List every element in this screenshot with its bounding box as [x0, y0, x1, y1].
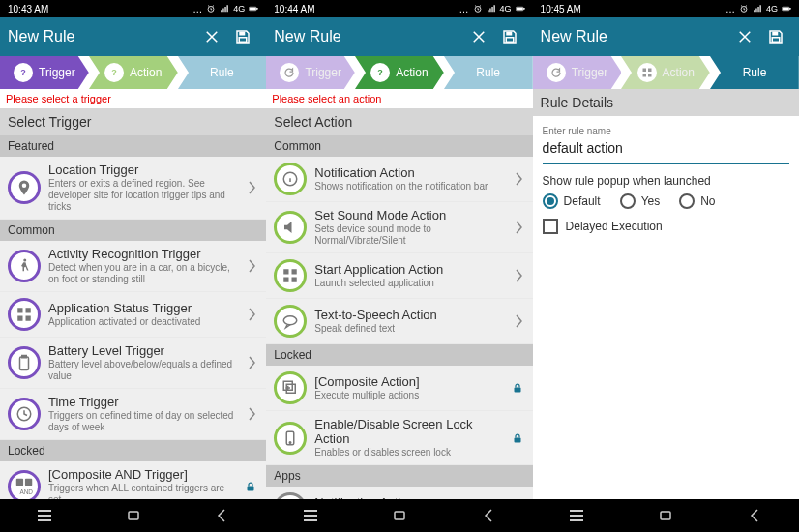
save-icon	[501, 28, 518, 45]
menu-icon	[37, 510, 52, 521]
chevron-right-icon	[512, 172, 525, 186]
list-item[interactable]: [Composite Action]Execute multiple actio…	[266, 366, 532, 411]
chevron-right-icon	[245, 181, 258, 194]
section-title: Select Trigger	[0, 108, 266, 135]
list-item[interactable]: Enable/Disable Screen Lock ActionEnables…	[266, 411, 532, 465]
svg-text:?: ?	[111, 68, 117, 77]
svg-rect-48	[514, 388, 520, 393]
list-item[interactable]: Start Application ActionLaunch selected …	[266, 253, 532, 299]
item-subtitle: Sets device sound mode to Normal/Vibrate…	[314, 223, 503, 247]
nav-home[interactable]	[644, 504, 687, 527]
crumb-trigger[interactable]: Trigger	[533, 56, 622, 89]
nav-back[interactable]	[467, 504, 510, 527]
home-icon	[658, 508, 673, 523]
back-icon	[216, 508, 227, 523]
svg-rect-64	[648, 69, 652, 73]
crumb-action[interactable]: ? Action	[355, 56, 444, 89]
alarm-icon	[473, 4, 483, 14]
item-subtitle: Shows notification on the notification b…	[314, 181, 503, 192]
crumb-trigger[interactable]: Trigger	[266, 56, 355, 89]
lock-icon	[510, 381, 525, 395]
nav-bar	[266, 499, 532, 532]
crumb-rule[interactable]: Rule	[710, 56, 799, 89]
action-list[interactable]: CommonNotification ActionShows notificat…	[266, 135, 532, 499]
crumb-rule[interactable]: Rule	[444, 56, 533, 89]
refresh-icon	[547, 63, 566, 82]
speech-icon	[274, 305, 307, 338]
crumb-trigger-label: Trigger	[305, 66, 341, 79]
save-button[interactable]	[227, 21, 258, 52]
crumb-action[interactable]: Action	[621, 56, 710, 89]
app-bar: New Rule	[266, 17, 532, 56]
item-subtitle: Execute multiple actions	[314, 390, 501, 401]
list-item[interactable]: Application Status TriggerApplication ac…	[0, 292, 266, 338]
list-item[interactable]: Text-to-Speech ActionSpeak defined text	[266, 299, 532, 344]
radio-yes[interactable]: Yes	[620, 193, 661, 209]
nav-home[interactable]	[378, 504, 421, 527]
list-item[interactable]: Activity Recognition TriggerDetect when …	[0, 241, 266, 292]
nav-menu[interactable]	[555, 504, 598, 527]
trigger-list[interactable]: FeaturedLocation TriggerEnters or exits …	[0, 135, 266, 499]
status-bar: 10:45 AM … 4G	[533, 0, 799, 17]
radio-no[interactable]: No	[679, 193, 715, 209]
nav-bar	[533, 499, 799, 532]
nav-menu[interactable]	[289, 504, 332, 527]
checkbox-icon	[543, 219, 558, 234]
delayed-execution-checkbox[interactable]: Delayed Execution	[543, 219, 789, 234]
list-item[interactable]: Battery Level TriggerBattery level above…	[0, 338, 266, 389]
list-item[interactable]: Set Sound Mode ActionSets device sound m…	[266, 202, 532, 253]
status-bar: 10:44 AM … 4G	[266, 0, 532, 17]
app-title: New Rule	[274, 28, 462, 45]
phone-icon	[274, 422, 307, 455]
list-item[interactable]: Notification ActionShows notification on…	[266, 487, 532, 499]
svg-rect-14	[17, 316, 22, 321]
nav-menu[interactable]	[23, 504, 66, 527]
save-button[interactable]	[494, 21, 525, 52]
rule-name-label: Enter rule name	[543, 126, 789, 136]
save-icon	[234, 28, 252, 45]
close-button[interactable]	[729, 21, 760, 52]
rule-details-header: Rule Details	[533, 89, 799, 116]
list-item[interactable]: Notification ActionShows notification on…	[266, 157, 532, 202]
item-title: Battery Level Trigger	[48, 343, 237, 358]
status-time: 10:45 AM	[541, 4, 581, 15]
signal-icon	[220, 4, 229, 14]
rule-name-input[interactable]	[543, 136, 789, 160]
list-item[interactable]: Time TriggerTriggers on defined time of …	[0, 389, 266, 440]
svg-rect-41	[284, 269, 289, 274]
svg-rect-54	[395, 512, 404, 519]
group-header: Common	[266, 135, 532, 157]
question-icon: ?	[14, 63, 33, 82]
crumb-rule-label: Rule	[743, 66, 767, 79]
status-network: 4G	[233, 4, 245, 14]
svg-point-11	[23, 259, 26, 262]
svg-rect-13	[26, 308, 31, 312]
close-button[interactable]	[463, 21, 494, 52]
nav-back[interactable]	[733, 504, 776, 527]
svg-rect-2	[257, 8, 258, 9]
radio-default[interactable]: Default	[543, 193, 601, 209]
item-subtitle: Triggers when ALL contained triggers are…	[48, 483, 235, 499]
close-button[interactable]	[196, 21, 227, 52]
app-bar: New Rule	[0, 17, 266, 56]
back-icon	[483, 508, 494, 523]
crumb-rule[interactable]: Rule	[178, 56, 267, 89]
svg-text:?: ?	[20, 68, 26, 77]
status-time: 10:44 AM	[274, 4, 314, 15]
nav-back[interactable]	[200, 504, 243, 527]
svg-rect-51	[514, 437, 520, 442]
item-title: Text-to-Speech Action	[314, 308, 503, 322]
svg-rect-32	[523, 8, 524, 9]
group-header: Apps	[266, 465, 532, 487]
crumb-trigger[interactable]: ? Trigger	[0, 56, 89, 89]
save-button[interactable]	[760, 21, 791, 52]
battery-icon	[249, 4, 258, 14]
list-item[interactable]: Location TriggerEnters or exits a define…	[0, 157, 266, 220]
nav-home[interactable]	[112, 504, 155, 527]
chevron-right-icon	[512, 221, 525, 234]
app-title: New Rule	[8, 28, 196, 45]
list-item[interactable]: AND[Composite AND Trigger]Triggers when …	[0, 461, 266, 499]
info-icon	[274, 492, 307, 499]
crumb-action[interactable]: ? Action	[89, 56, 178, 89]
svg-point-45	[284, 316, 298, 325]
